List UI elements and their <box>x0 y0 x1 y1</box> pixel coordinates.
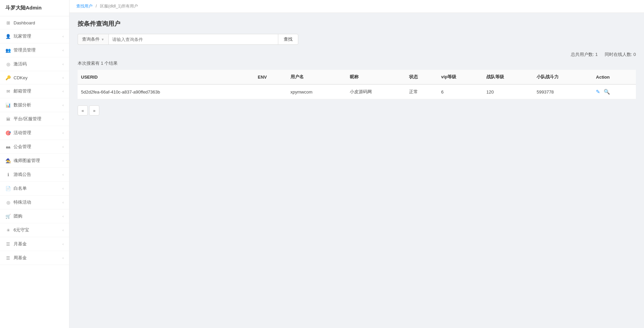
chevron-icon: ‹ <box>62 48 64 52</box>
chevron-icon: ‹ <box>62 131 64 135</box>
total-users-stat: 总共用户数: 1 <box>571 52 598 58</box>
chevron-icon: ‹ <box>62 242 64 246</box>
edit-icon[interactable]: ✎ <box>596 89 600 95</box>
sidebar-item-whitelist[interactable]: 📄 白名单 ‹ <box>0 182 69 196</box>
search-button[interactable]: 查找 <box>278 34 298 45</box>
chevron-icon: ‹ <box>62 228 64 232</box>
chevron-icon: ‹ <box>62 186 64 190</box>
result-summary: 本次搜索有 1 个结果 <box>78 60 636 66</box>
chevron-icon: ‹ <box>62 159 64 163</box>
sidebar-item-mail-management[interactable]: ✉ 邮箱管理 ‹ <box>0 84 69 98</box>
activity-icon: 🎯 <box>5 130 11 136</box>
sidebar-item-label: 活动管理 <box>14 130 31 136</box>
page-title: 按条件查询用户 <box>78 20 636 28</box>
six-yuan-icon: ✳ <box>5 227 11 233</box>
search-bar: 查询条件 ▼ 查找 <box>78 34 636 45</box>
sidebar-item-label: 管理员管理 <box>14 47 36 53</box>
total-users-label: 总共用户数: <box>571 52 594 57</box>
sidebar-item-label: 公会管理 <box>14 144 31 150</box>
breadcrumb-link[interactable]: 查找用户 <box>76 4 93 8</box>
mage-icon: 🧙 <box>5 158 11 163</box>
sidebar-item-admin-management[interactable]: 👥 管理员管理 ‹ <box>0 43 69 57</box>
prev-page-button[interactable]: « <box>78 105 88 116</box>
col-userid: USERID <box>78 70 255 84</box>
chevron-icon: ‹ <box>62 200 64 204</box>
sidebar-item-player-management[interactable]: 👤 玩家管理 ‹ <box>0 29 69 43</box>
total-users-value: 1 <box>595 52 598 57</box>
sidebar-item-platform-management[interactable]: 🏛 平台/区服管理 ‹ <box>0 112 69 126</box>
pagination: « » <box>78 105 636 116</box>
table-header-row: USERID ENV 用户名 昵称 状态 vip等级 战队等级 小队战斗力 Ac… <box>78 70 636 84</box>
sidebar-item-cdkey[interactable]: 🔑 CDKey ‹ <box>0 71 69 84</box>
sidebar-item-special-activity[interactable]: ◎ 特殊活动 ‹ <box>0 196 69 209</box>
platform-icon: 🏛 <box>5 116 11 122</box>
sidebar-item-monthly-fund[interactable]: ☰ 月基金 ‹ <box>0 237 69 251</box>
mail-icon: ✉ <box>5 88 11 94</box>
next-page-button[interactable]: » <box>89 105 99 116</box>
cell-vip-level: 6 <box>438 84 483 99</box>
sidebar-item-label: 玩家管理 <box>14 33 31 39</box>
chevron-icon: ‹ <box>62 103 64 107</box>
col-nickname: 昵称 <box>346 70 406 84</box>
sidebar-item-data-analysis[interactable]: 📊 数据分析 ‹ <box>0 98 69 112</box>
search-detail-icon[interactable]: 🔍 <box>604 89 610 95</box>
sidebar-item-dashboard[interactable]: ⊞ Dashboard <box>0 16 69 29</box>
chevron-icon: ‹ <box>62 117 64 121</box>
cell-action: ✎🔍 <box>592 84 636 99</box>
col-squad-power: 小队战斗力 <box>533 70 592 84</box>
action-icons-group: ✎🔍 <box>596 89 632 95</box>
sidebar-item-label: 团购 <box>14 213 22 219</box>
sidebar-item-group-buy[interactable]: 🛒 团购 ‹ <box>0 209 69 223</box>
activation-icon: ◎ <box>5 61 11 67</box>
col-status: 状态 <box>406 70 438 84</box>
chevron-icon: ‹ <box>62 145 64 149</box>
app-title: 斗罗大陆Admin <box>0 0 69 16</box>
sidebar-item-label: 游戏公告 <box>14 171 31 178</box>
breadcrumb-current: 区服(dldl_1)所有用户 <box>100 4 138 8</box>
sidebar-item-label: 6元守宝 <box>14 227 29 233</box>
cell-userid: 5d2d2fea-66af-410c-a837-a90ffed7363b <box>78 84 255 99</box>
sidebar-item-activity-management[interactable]: 🎯 活动管理 ‹ <box>0 126 69 140</box>
cell-env <box>255 84 287 99</box>
col-env: ENV <box>255 70 287 84</box>
sidebar-item-label: 月基金 <box>14 241 27 247</box>
cell-team-level: 120 <box>483 84 533 99</box>
sidebar-item-game-announcement[interactable]: ℹ 游戏公告 ‹ <box>0 168 69 182</box>
chevron-icon: ‹ <box>62 214 64 218</box>
sidebar-item-label: 魂师图鉴管理 <box>14 158 40 164</box>
query-condition-button[interactable]: 查询条件 ▼ <box>78 34 108 45</box>
chevron-icon: ‹ <box>62 76 64 80</box>
search-input[interactable] <box>108 34 278 45</box>
sidebar-item-guild-management[interactable]: 🏘 公会管理 ‹ <box>0 140 69 154</box>
guild-icon: 🏘 <box>5 144 11 149</box>
cell-squad-power: 5993778 <box>533 84 592 99</box>
announcement-icon: ℹ <box>5 172 11 177</box>
admin-icon: 👥 <box>5 47 11 53</box>
cdkey-icon: 🔑 <box>5 75 11 80</box>
sidebar-item-activation-code[interactable]: ◎ 激活码 ‹ <box>0 57 69 71</box>
col-team-level: 战队等级 <box>483 70 533 84</box>
dashboard-icon: ⊞ <box>5 20 11 25</box>
online-users-stat: 同时在线人数: 0 <box>605 52 636 58</box>
query-condition-label: 查询条件 <box>82 36 100 42</box>
whitelist-icon: 📄 <box>5 186 11 191</box>
sidebar-item-weekly-fund[interactable]: ☰ 周基金 ‹ <box>0 251 69 265</box>
sidebar-item-label: 周基金 <box>14 255 27 261</box>
chevron-down-icon: ▼ <box>101 38 104 41</box>
chevron-icon: ‹ <box>62 89 64 93</box>
chevron-icon: ‹ <box>62 172 64 177</box>
sidebar-item-six-yuan[interactable]: ✳ 6元守宝 ‹ <box>0 223 69 237</box>
sidebar-item-mage-management[interactable]: 🧙 魂师图鉴管理 ‹ <box>0 154 69 168</box>
breadcrumb-separator: / <box>96 4 98 8</box>
online-users-value: 0 <box>633 52 636 57</box>
group-buy-icon: 🛒 <box>5 213 11 219</box>
sidebar-item-label: CDKey <box>14 75 27 80</box>
special-icon: ◎ <box>5 200 11 205</box>
player-icon: 👤 <box>5 34 11 39</box>
col-vip-level: vip等级 <box>438 70 483 84</box>
page-content: 按条件查询用户 查询条件 ▼ 查找 总共用户数: 1 同时在线人数: 0 本次搜… <box>69 13 644 328</box>
users-table: USERID ENV 用户名 昵称 状态 vip等级 战队等级 小队战斗力 Ac… <box>78 70 636 99</box>
main-content: 查找用户 / 区服(dldl_1)所有用户 按条件查询用户 查询条件 ▼ 查找 … <box>69 0 644 328</box>
chevron-icon: ‹ <box>62 62 64 66</box>
stats-row: 总共用户数: 1 同时在线人数: 0 <box>78 52 636 58</box>
